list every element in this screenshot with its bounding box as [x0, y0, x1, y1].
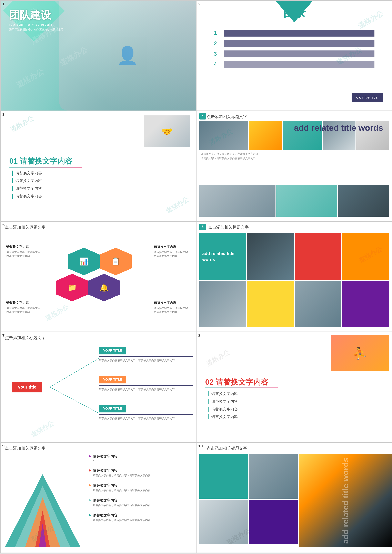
label-bot-left: 请替换文字内容 请替换文字内容，请替换文字内容请替换文字内容 [6, 301, 43, 314]
slide-5-num: 5 [2, 223, 5, 227]
slide-9-click-title: 点击添加相关标题文字 [5, 446, 46, 451]
slide-2-item-2: 2 [214, 40, 374, 47]
label-bot-right: 请替换文字内容 请替换文字内容，请替换文字内容请替换文字内容 [154, 301, 190, 314]
cell-gray-2 [295, 281, 341, 327]
watermark-s3-2: 道格办公 [164, 195, 190, 215]
slide-1-subtitle: 适用于述职报告|个人简介|工作总结|会议纪录等 [9, 28, 63, 31]
slide-8-item-4: 请替换文字内容 [208, 414, 238, 419]
photo-kids [249, 121, 282, 150]
slide-3-list: 请替换文字内容 请替换文字内容 请替换文字内容 请替换文字内容 [12, 170, 42, 201]
label-tl-desc: 请替换文字内容，请替换文字内容请替换文字内容 [6, 250, 43, 258]
slide-2-item-1: 1 [214, 30, 374, 36]
slide-5-click-title: 点击添加相关标题文字 [5, 225, 46, 230]
slide-3-photo: 🤝 [144, 115, 190, 147]
slide-5-hex-container: 📊 📋 📁 🔔 [56, 248, 140, 303]
slide-2: 2 目录 1 2 3 4 contents 道格办公 道格办 [196, 0, 392, 111]
slide-1-title-en: job summary schedule [9, 22, 63, 27]
slide-9-pyramid [5, 474, 80, 547]
slide-6-click-title: 点击添加相关标题文字 [208, 225, 249, 230]
label-tr-title: 请替换文字内容 [154, 245, 190, 249]
slide-4-body-text: 请替换文字内容，请替换文字内容请替换文字内容请替换文字内容请替换文字内容请替换文… [201, 152, 302, 161]
slide-1-title-zh: 团队建设 [9, 9, 63, 21]
slide-10-side-text: add related title words [340, 458, 351, 544]
slide-9-labels: 请替换文字内容 • 请替换文字内容 请替换文字内容，请替换文字内容请替换文字内容… [89, 454, 193, 522]
photo-bottom-3 [338, 185, 389, 217]
slide-3-item-1: 请替换文字内容 [12, 170, 42, 176]
cell-dark-1 [247, 233, 294, 280]
slide-8-list: 请替换文字内容 请替换文字内容 请替换文字内容 请替换文字内容 [208, 391, 238, 422]
cell-red [295, 233, 341, 280]
s10-img-1 [249, 454, 298, 499]
slide-4-bottom-photos [199, 185, 389, 217]
slide-3-section-title: 01 请替换文字内容 [9, 156, 72, 166]
svg-line-2 [50, 387, 99, 413]
cell-purple [342, 281, 389, 327]
slide-8-photo: ⛹️ [331, 335, 389, 371]
cell-orange [342, 233, 389, 280]
slide-2-num: 2 [198, 2, 201, 6]
label-bl-title: 请替换文字内容 [6, 301, 43, 305]
slide-8-item-1: 请替换文字内容 [208, 391, 238, 396]
watermark-s5: 道格办公 [44, 303, 70, 323]
slide-4-num: 4 [199, 113, 206, 120]
slide-8-num: 8 [198, 333, 201, 338]
slide-1-num: 1 [2, 2, 5, 6]
label-4: 请替换文字内容 请替换文字内容，请替换文字内容请替换文字内容 [89, 498, 193, 507]
slide-2-contents-badge: contents [351, 93, 383, 102]
slide-10-side: add related title words [299, 454, 392, 547]
slide-3-item-2: 请替换文字内容 [12, 178, 42, 183]
label-tr-desc: 请替换文字内容，请替换文字内容请替换文字内容 [154, 250, 190, 258]
slide-8-section-num: 02 请替换文字内容 [205, 377, 268, 387]
slide-4-add-title: add related title words [294, 123, 383, 133]
slide-5: 5 点击添加相关标题文字 📊 📋 📁 🔔 请替换文字内容 请替换文字内容，请替 [0, 222, 196, 332]
slide-10-grid [199, 454, 298, 544]
label-2: 请替换文字内容 请替换文字内容，请替换文字内容请替换文字内容 [89, 468, 193, 477]
slide-4: 4 点击添加相关标题文字 add related title words 请替换… [196, 111, 392, 221]
s10-teal [199, 454, 248, 499]
slide-1: 1 👤 团队建设 job summary schedule 适用于述职报告|个人… [0, 0, 196, 111]
label-1: 请替换文字内容 • [89, 454, 193, 462]
slide-8-item-3: 请替换文字内容 [208, 407, 238, 412]
slide-3-num: 3 [2, 112, 5, 117]
slide-6-num-badge: 6 [199, 224, 206, 230]
slide-2-title: 目录 [196, 5, 392, 21]
label-top-left: 请替换文字内容 请替换文字内容，请替换文字内容请替换文字内容 [6, 245, 43, 258]
slide-8-divider [205, 388, 278, 388]
slide-10-click-title: 点击添加相关标题文字 [207, 446, 247, 451]
slide-6-grid: add related title words [199, 233, 389, 327]
slide-8: 8 ⛹️ 02 请替换文字内容 请替换文字内容 请替换文字内容 请替换文字内容 … [196, 332, 392, 442]
slide-8-item-2: 请替换文字内容 [208, 399, 238, 404]
label-5: 请替换文字内容 请替换文字内容，请替换文字内容请替换文字内容 [89, 513, 193, 522]
label-3: 请替换文字内容 请替换文字内容，请替换文字内容请替换文字内容 [89, 483, 193, 492]
hex-red: 📁 [56, 274, 88, 301]
slide-6: 6 点击添加相关标题文字 add related title words 道格办… [196, 222, 392, 332]
watermark-s8: 道格办公 [205, 348, 231, 368]
label-br-desc: 请替换文字内容，请替换文字内容请替换文字内容 [154, 306, 190, 314]
photo-bottom-1 [199, 185, 275, 217]
s10-purple [249, 500, 298, 544]
slide-10: 10 点击添加相关标题文字 add related title words 道格… [196, 443, 392, 553]
slide-10-num: 10 [198, 444, 203, 448]
hex-orange: 📋 [100, 248, 132, 275]
label-bl-desc: 请替换文字内容，请替换文字内容请替换文字内容 [6, 306, 43, 314]
slide-7: 7 点击添加相关标题文字 your title YOUR TITLE 请替换文字… [0, 332, 196, 442]
hex-purple: 🔔 [88, 274, 120, 301]
hex-teal: 📊 [68, 248, 100, 275]
slide-3-divider [9, 167, 82, 168]
label-br-title: 请替换文字内容 [154, 301, 190, 305]
s10-img-2 [199, 500, 248, 544]
watermark-s3: 道格办公 [9, 114, 35, 134]
slide-3-item-4: 请替换文字内容 [12, 194, 42, 199]
slide-9: 9 点击添加相关标题文字 请替换文字内容 • [0, 443, 196, 553]
slide-7-center-label: your title [12, 382, 42, 392]
slide-7-num: 7 [2, 333, 5, 338]
slide-3-item-3: 请替换文字内容 [12, 186, 42, 191]
label-tl-title: 请替换文字内容 [6, 245, 43, 249]
photo-arch [199, 121, 248, 150]
cell-gray-1 [199, 281, 246, 327]
photo-bottom-2 [276, 185, 337, 217]
slide-4-click-title: 点击添加相关标题文字 [207, 114, 247, 120]
slide-2-item-3: 3 [214, 50, 374, 57]
slide-3: 3 🤝 道格办公 01 请替换文字内容 请替换文字内容 请替换文字内容 请替换文… [0, 111, 196, 221]
label-top-right: 请替换文字内容 请替换文字内容，请替换文字内容请替换文字内容 [154, 245, 190, 258]
